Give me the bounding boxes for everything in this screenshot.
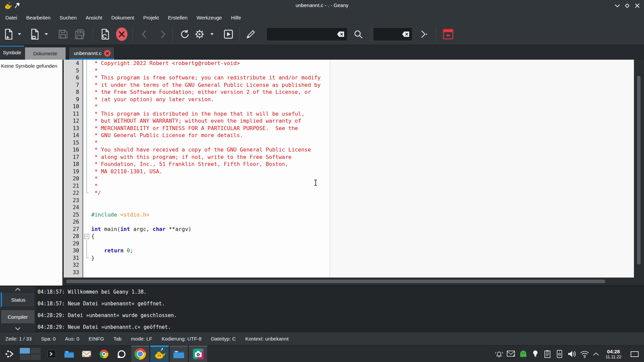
line-number: 32 [64, 261, 79, 269]
task-geany[interactable] [150, 346, 169, 362]
fold-marker[interactable] [83, 175, 90, 182]
build-menu-caret[interactable] [209, 23, 215, 45]
line-number: 20 [64, 175, 79, 182]
konsole-icon[interactable] [45, 346, 58, 362]
fold-marker[interactable] [83, 117, 90, 125]
task-spectacle[interactable] [189, 346, 208, 362]
fold-marker[interactable] [83, 154, 90, 161]
menu-item-suchen[interactable]: Suchen [60, 15, 77, 20]
open-file-menu-caret[interactable] [43, 23, 50, 45]
search-icon[interactable] [352, 23, 365, 45]
vertical-scrollbar[interactable] [634, 60, 644, 286]
fold-marker[interactable] [83, 103, 90, 110]
fold-marker[interactable] [83, 132, 90, 139]
message-tab-compiler[interactable]: Compiler [1, 310, 35, 324]
mail-indicator-icon[interactable] [506, 346, 517, 362]
fold-marker[interactable] [83, 125, 90, 132]
fold-marker[interactable] [83, 233, 90, 240]
task-chrome[interactable] [131, 346, 150, 362]
close-window-icon[interactable] [634, 3, 640, 9]
sidebar-tab-dokumente[interactable]: Dokumente [25, 47, 66, 60]
virtual-desktops-pager[interactable] [19, 346, 42, 362]
notifications-bell-icon[interactable] [494, 346, 504, 362]
menu-item-hilfe[interactable]: Hilfe [231, 15, 241, 20]
color-chooser-button[interactable] [244, 23, 258, 45]
fold-marker[interactable] [83, 146, 90, 154]
fold-marker[interactable] [83, 161, 90, 168]
search-input[interactable] [267, 28, 347, 41]
signal-icon[interactable] [115, 346, 128, 362]
kde-connect-icon[interactable] [554, 346, 565, 362]
fold-marker[interactable] [83, 182, 90, 190]
menu-item-ansicht[interactable]: Ansicht [86, 15, 102, 20]
fold-marker[interactable] [83, 81, 90, 89]
fold-marker[interactable] [83, 168, 90, 175]
taskbar: 04:28 11.11.22 [0, 345, 644, 362]
clear-search-icon[interactable] [337, 31, 345, 37]
menu-item-projekt[interactable]: Projekt [143, 15, 159, 20]
dolphin-icon[interactable] [62, 346, 76, 362]
menu-item-datei[interactable]: Datei [5, 15, 17, 20]
message-tab-status[interactable]: Status [1, 292, 35, 307]
symbols-sidebar[interactable]: Keine Symbole gefunden [0, 60, 63, 286]
fold-marker[interactable] [83, 110, 90, 118]
expand-tray-icon[interactable] [591, 346, 601, 362]
clipboard-icon[interactable] [542, 346, 553, 362]
show-desktop-button[interactable] [628, 346, 641, 362]
fold-marker[interactable] [83, 96, 90, 103]
volume-icon[interactable] [566, 346, 578, 362]
fold-marker[interactable] [83, 88, 90, 96]
chromium-icon[interactable] [97, 346, 111, 362]
jump-to-line-icon[interactable] [417, 23, 431, 45]
fold-marker[interactable] [83, 139, 90, 146]
open-file-button[interactable] [28, 23, 42, 45]
line-number: 31 [64, 254, 79, 262]
clock[interactable]: 04:28 11.11.22 [602, 346, 625, 362]
text-cursor-pointer [315, 180, 316, 186]
menu-item-werkzeuge[interactable]: Werkzeuge [197, 15, 222, 20]
night-color-bulb-icon[interactable] [530, 346, 541, 362]
menu-item-erstellen[interactable]: Erstellen [168, 15, 187, 20]
horizontal-scrollbar[interactable] [64, 278, 644, 286]
close-document-button[interactable] [114, 23, 129, 45]
ghost-app-icon[interactable] [518, 346, 529, 362]
fold-marker[interactable] [83, 254, 90, 262]
task-dolphin[interactable] [169, 346, 188, 362]
sidebar-tab-symbole[interactable]: Symbole [0, 46, 24, 60]
fold-marker[interactable] [83, 60, 90, 67]
horizontal-scrollbar-thumb[interactable] [66, 279, 606, 284]
build-button[interactable] [193, 23, 207, 45]
document-tab[interactable]: unbenannt.c ✕ [69, 47, 114, 60]
quit-button[interactable] [440, 23, 456, 45]
clear-goto-icon[interactable] [402, 31, 410, 37]
compile-button[interactable] [177, 23, 192, 45]
kmail-icon[interactable] [80, 346, 93, 362]
menu-item-dokument[interactable]: Dokument [111, 15, 134, 20]
chevron-up-icon[interactable] [14, 288, 21, 292]
line-number: 27 [64, 226, 79, 233]
menu-item-bearbeiten[interactable]: Bearbeiten [26, 15, 51, 20]
revert-button[interactable] [98, 23, 113, 45]
save-button[interactable] [56, 23, 70, 45]
new-file-button[interactable] [2, 23, 15, 45]
toolbar [0, 23, 644, 45]
code-editor[interactable]: 4567891011121314151617181920212223242526… [64, 60, 634, 278]
vertical-scrollbar-thumb[interactable] [637, 75, 641, 265]
fold-marker[interactable] [83, 67, 90, 74]
minimize-icon[interactable] [614, 3, 620, 9]
chevron-down-icon[interactable] [14, 326, 21, 330]
fold-marker[interactable] [83, 247, 90, 254]
forward-button[interactable] [156, 23, 170, 45]
back-button[interactable] [138, 23, 151, 45]
tab-close-icon[interactable]: ✕ [104, 50, 111, 57]
maximize-icon[interactable] [624, 3, 630, 9]
save-all-button[interactable] [72, 23, 88, 45]
wifi-icon[interactable] [579, 346, 590, 362]
app-launcher-icon[interactable] [3, 346, 16, 362]
sidebar-tab-symbole-label: Symbole [0, 50, 24, 55]
fold-marker[interactable] [83, 240, 90, 247]
run-button[interactable] [221, 23, 235, 45]
fold-marker[interactable] [83, 74, 90, 81]
fold-marker[interactable] [83, 189, 90, 197]
new-file-menu-caret[interactable] [16, 23, 23, 45]
